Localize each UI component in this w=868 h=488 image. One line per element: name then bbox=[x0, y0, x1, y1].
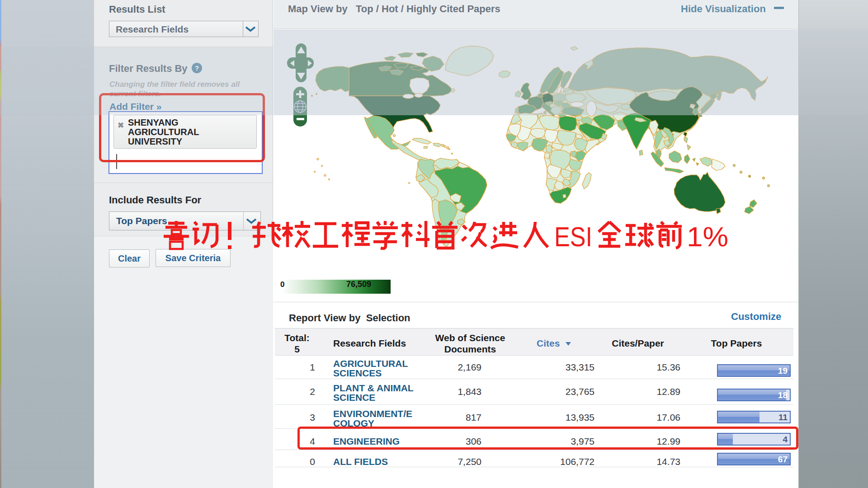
svg-text:1%: 1% bbox=[687, 221, 728, 252]
svg-text:ESI: ESI bbox=[554, 221, 592, 252]
